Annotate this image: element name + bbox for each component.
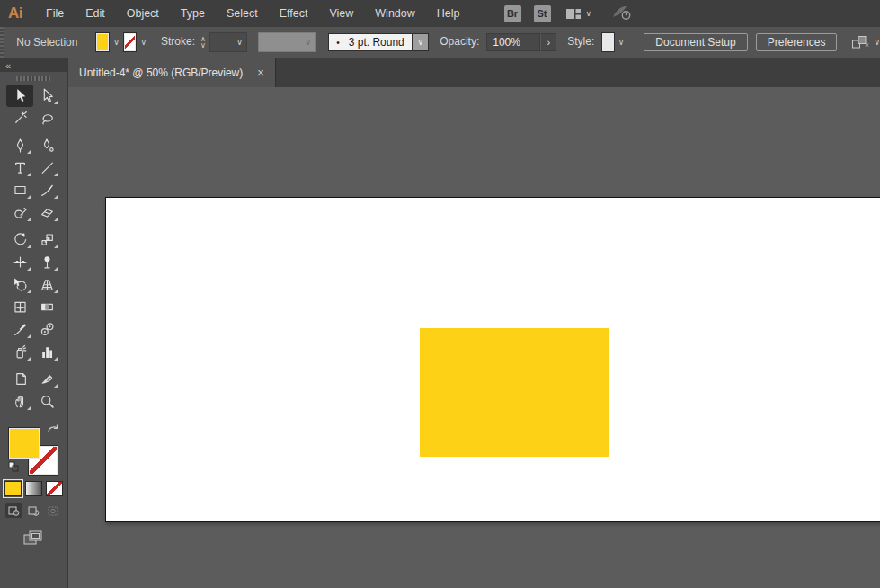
- brush-definition-dropdown[interactable]: • 3 pt. Round: [328, 33, 412, 51]
- yellow-rectangle-shape[interactable]: [420, 328, 609, 457]
- change-screen-mode-icon: [23, 530, 43, 546]
- blend-tool-icon: [40, 322, 55, 337]
- panel-grip[interactable]: [0, 27, 4, 58]
- tools-panel-header: «: [0, 58, 67, 72]
- shape-builder-tool-icon: [13, 277, 28, 292]
- tool-row: [6, 341, 60, 363]
- rectangle-tool[interactable]: [6, 179, 33, 201]
- canvas[interactable]: [68, 87, 880, 588]
- eraser-tool[interactable]: [33, 201, 60, 224]
- mesh-tool[interactable]: [6, 296, 33, 318]
- gpu-performance-button[interactable]: [611, 4, 633, 23]
- perspective-grid-tool[interactable]: [33, 273, 60, 296]
- chevron-down-icon: ∨: [233, 38, 246, 47]
- preferences-button[interactable]: Preferences: [756, 33, 838, 51]
- color-type-buttons: [4, 481, 63, 496]
- lasso-tool-icon: [40, 111, 55, 126]
- draw-normal-button[interactable]: [5, 503, 22, 518]
- menu-effect[interactable]: Effect: [269, 7, 319, 20]
- column-graph-tool[interactable]: [33, 341, 60, 363]
- style-chevron-down-icon[interactable]: ∨: [615, 38, 628, 47]
- fill-chevron-down-icon[interactable]: ∨: [110, 38, 123, 47]
- tool-row: [6, 368, 60, 390]
- puppet-warp-tool-icon: [40, 254, 55, 270]
- type-tool[interactable]: [6, 156, 33, 179]
- line-segment-tool[interactable]: [33, 156, 60, 179]
- shape-builder-tool[interactable]: [6, 273, 33, 296]
- brush-chevron-down-icon[interactable]: ∨: [412, 33, 429, 51]
- bridge-button[interactable]: Br: [504, 5, 521, 22]
- menu-select[interactable]: Select: [216, 7, 269, 20]
- stroke-color-swatch[interactable]: [123, 32, 138, 52]
- variable-width-profile-dropdown[interactable]: ∨: [258, 32, 316, 52]
- symbol-sprayer-tool[interactable]: [6, 341, 33, 363]
- selection-tool[interactable]: [6, 85, 33, 107]
- color-button[interactable]: [4, 481, 22, 496]
- style-label[interactable]: Style:: [567, 35, 594, 49]
- rotate-tool-icon: [13, 232, 28, 247]
- chevron-down-icon: ∨: [874, 38, 880, 47]
- slice-tool[interactable]: [33, 368, 60, 390]
- stroke-width-dropdown[interactable]: ∨: [209, 32, 247, 52]
- draw-behind-button[interactable]: [25, 503, 42, 518]
- swap-fill-stroke-icon[interactable]: [47, 423, 59, 434]
- curvature-tool[interactable]: [33, 134, 60, 156]
- draw-behind-icon: [28, 506, 40, 516]
- chevron-down-icon: ∨: [586, 9, 592, 18]
- default-fill-stroke-icon[interactable]: [8, 461, 20, 473]
- change-screen-mode-button[interactable]: [23, 530, 43, 548]
- shaper-tool[interactable]: [6, 201, 33, 224]
- tools-panel-grip[interactable]: [16, 76, 50, 81]
- direct-selection-tool[interactable]: [33, 85, 60, 107]
- zoom-tool[interactable]: [33, 390, 60, 413]
- workspace-switcher-icon: [565, 8, 582, 20]
- paintbrush-tool-icon: [40, 183, 55, 198]
- menu-object[interactable]: Object: [116, 7, 170, 20]
- fill-swatch[interactable]: [8, 427, 40, 459]
- close-tab-icon[interactable]: ×: [257, 67, 264, 78]
- collapse-panel-icon[interactable]: «: [5, 61, 11, 70]
- draw-inside-button[interactable]: [45, 503, 62, 518]
- blend-tool[interactable]: [33, 318, 60, 341]
- tool-row: [6, 251, 60, 273]
- artboard[interactable]: [105, 197, 880, 522]
- draw-inside-icon: [48, 506, 59, 516]
- document-tab[interactable]: Untitled-4* @ 50% (RGB/Preview) ×: [68, 58, 276, 87]
- gradient-tool[interactable]: [33, 296, 60, 318]
- line-segment-tool-icon: [40, 160, 55, 175]
- pen-tool[interactable]: [6, 134, 33, 156]
- gradient-button[interactable]: [25, 481, 42, 496]
- menu-file[interactable]: File: [35, 7, 75, 20]
- stock-button[interactable]: St: [534, 5, 551, 22]
- menu-help[interactable]: Help: [426, 7, 471, 20]
- style-swatch[interactable]: [601, 32, 614, 52]
- paintbrush-tool[interactable]: [33, 179, 60, 201]
- stroke-chevron-down-icon[interactable]: ∨: [137, 38, 150, 47]
- opacity-control: 100% ›: [486, 33, 556, 51]
- menu-window[interactable]: Window: [364, 7, 425, 20]
- width-tool[interactable]: [6, 251, 33, 273]
- menu-type[interactable]: Type: [170, 7, 216, 20]
- none-button[interactable]: [46, 481, 63, 496]
- stroke-label[interactable]: Stroke:: [161, 35, 195, 49]
- rotate-tool[interactable]: [6, 228, 33, 251]
- menu-view[interactable]: View: [318, 7, 364, 20]
- stepper-down-icon[interactable]: ∨: [200, 42, 206, 49]
- document-setup-button[interactable]: Document Setup: [644, 33, 747, 51]
- workspace-switcher-button[interactable]: ∨: [565, 8, 592, 20]
- artboard-tool[interactable]: [6, 368, 33, 390]
- hand-tool[interactable]: [6, 390, 33, 413]
- menu-edit[interactable]: Edit: [75, 7, 116, 20]
- opacity-slider-arrow-icon[interactable]: ›: [540, 33, 556, 51]
- eyedropper-tool[interactable]: [6, 318, 33, 341]
- opacity-label[interactable]: Opacity:: [440, 35, 479, 49]
- lasso-tool[interactable]: [33, 107, 60, 129]
- tool-row: [6, 156, 60, 179]
- opacity-input[interactable]: 100%: [486, 33, 540, 51]
- magic-wand-tool[interactable]: [6, 107, 33, 129]
- scale-tool[interactable]: [33, 228, 60, 251]
- stroke-width-stepper[interactable]: ∧ ∨: [200, 36, 206, 49]
- arrange-control[interactable]: ∨: [851, 35, 880, 49]
- fill-color-swatch[interactable]: [95, 32, 110, 52]
- puppet-warp-tool[interactable]: [33, 251, 60, 273]
